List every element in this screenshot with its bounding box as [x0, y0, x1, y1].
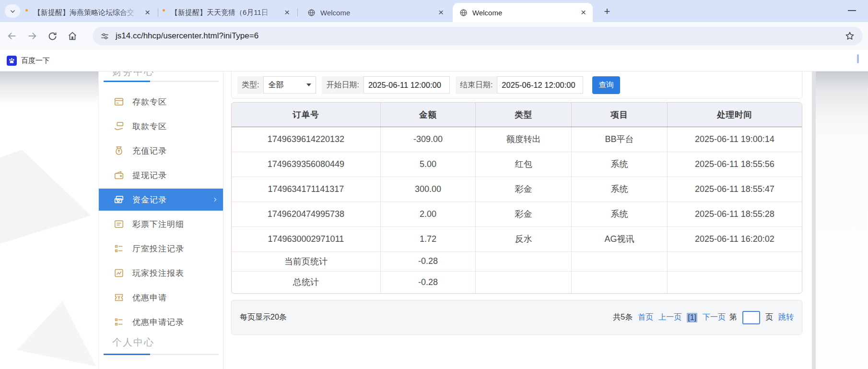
new-tab-button[interactable]: + — [600, 5, 614, 18]
type-select[interactable]: 全部 — [263, 76, 316, 94]
filter-bar: 类型: 全部 开始日期: 2025-06-11 12:00:00 结束日期: 2… — [231, 71, 802, 99]
table-cell: 2025-06-11 18:55:47 — [667, 177, 802, 202]
home-button[interactable] — [64, 28, 81, 44]
jump-button[interactable]: 跳转 — [778, 312, 794, 322]
table-header-cell: 金额 — [380, 103, 476, 127]
table-cell — [476, 251, 572, 271]
table-cell: -0.28 — [380, 271, 476, 293]
main-content: 类型: 全部 开始日期: 2025-06-11 12:00:00 结束日期: 2… — [231, 71, 802, 369]
table-cell: 彩金 — [476, 177, 572, 202]
tab-title: Welcome — [320, 9, 433, 17]
start-date-input[interactable]: 2025-06-11 12:00:00 — [364, 76, 450, 94]
table-cell: 2025-06-11 18:55:56 — [667, 152, 802, 177]
reload-button[interactable] — [44, 28, 60, 44]
globe-icon — [459, 9, 468, 17]
records-table: 订单号金额类型项目处理时间 1749639614220132-309.00额度转… — [232, 103, 802, 293]
tab-close-icon[interactable]: × — [579, 9, 588, 16]
forward-button[interactable] — [24, 28, 40, 44]
table-row: 1749639614220132-309.00额度转出BB平台2025-06-1… — [232, 127, 802, 152]
tab-close-icon[interactable]: × — [143, 9, 152, 16]
globe-icon — [307, 9, 316, 17]
table-summary-row: 当前页统计-0.28 — [232, 251, 802, 271]
decor-triangle — [17, 301, 96, 369]
address-bar[interactable]: js14.cc/hhcp/usercenter.html?iniType=6 — [93, 27, 863, 45]
sidebar-item-5[interactable]: 资金记录› — [99, 189, 223, 211]
sidebar-item-6[interactable]: 彩票下注明细› — [99, 213, 223, 235]
table-cell: 1749639614220132 — [232, 127, 380, 152]
table-row: 17496300029710111.72反水AG视讯2025-06-11 16:… — [232, 226, 802, 251]
sidebar-item-4[interactable]: 提现记录› — [99, 164, 223, 186]
table-cell: 1749634171141317 — [232, 177, 380, 202]
table-cell: 2025-06-11 18:55:28 — [667, 202, 802, 226]
sidebar-item-9[interactable]: 优惠申请› — [99, 286, 223, 309]
table-cell: BB平台 — [572, 127, 668, 152]
prev-page-link[interactable]: 上一页 — [658, 312, 681, 322]
sidebar-item-7[interactable]: 厅室投注记录› — [99, 238, 223, 260]
table-cell: 5.00 — [380, 152, 476, 177]
table-cell: 额度转出 — [476, 127, 572, 152]
jump-suffix-label: 页 — [765, 312, 773, 322]
sidebar-item-1[interactable]: 存款专区› — [99, 91, 223, 113]
browser-tab[interactable]: Welcome× — [453, 3, 593, 22]
current-page-indicator: [1] — [687, 313, 697, 322]
table-cell — [476, 271, 572, 293]
sidebar-item-label: 充值记录 — [132, 145, 167, 156]
sidebar-item-label: 玩家投注报表 — [132, 268, 184, 279]
browser-toolbar: js14.cc/hhcp/usercenter.html?iniType=6 — [0, 22, 868, 50]
pagination-bar: 每页显示20条 共5条 首页 上一页 [1] 下一页 第 页 跳转 — [231, 300, 802, 335]
section-underline — [104, 354, 219, 355]
total-count-text: 共5条 — [613, 312, 633, 322]
bookmark-baidu[interactable]: 百度一下 — [7, 56, 50, 66]
sidebar-item-label: 资金记录 — [132, 194, 167, 205]
bookmark-star-icon[interactable] — [845, 31, 855, 41]
sidebar-item-label: 优惠申请记录 — [132, 317, 184, 328]
back-button[interactable] — [4, 28, 20, 44]
end-date-input[interactable]: 2025-06-12 12:00:00 — [497, 76, 583, 94]
first-page-link[interactable]: 首页 — [638, 312, 653, 322]
sidebar-item-label: 提现记录 — [132, 170, 167, 181]
minimize-button[interactable] — [848, 10, 856, 11]
sidebar-section-finance: 财务中心 — [112, 71, 154, 78]
query-button[interactable]: 查询 — [592, 76, 620, 94]
page-right-panel — [816, 71, 868, 369]
table-cell: 300.00 — [380, 177, 476, 202]
table-summary-row: 总统计-0.28 — [232, 271, 802, 293]
browser-tab[interactable]: Welcome× — [301, 3, 450, 22]
sidebar-item-label: 厅室投注记录 — [132, 243, 184, 254]
table-cell: AG视讯 — [572, 226, 668, 251]
table-cell: 反水 — [476, 226, 572, 251]
table-cell: 1749620474995738 — [232, 202, 380, 226]
next-page-link[interactable]: 下一页 — [703, 312, 726, 322]
sidebar-item-10[interactable]: 优惠申请记录› — [99, 311, 223, 333]
tab-search-button[interactable] — [5, 4, 20, 18]
table-cell: 2025-06-11 19:00:14 — [667, 127, 802, 152]
type-label: 类型: — [237, 76, 263, 94]
browser-tab[interactable]: 【新提醒】海燕策略论坛综合交× — [22, 3, 157, 22]
browser-tab[interactable]: 【新提醒】天天竞猜（6月11日× — [159, 3, 296, 22]
report-chart-icon — [114, 268, 124, 278]
sidebar-item-8[interactable]: 玩家投注报表› — [99, 262, 223, 284]
table-cell: 系统 — [572, 152, 668, 177]
url-text[interactable]: js14.cc/hhcp/usercenter.html?iniType=6 — [116, 31, 845, 41]
table-cell: 彩金 — [476, 202, 572, 226]
back-icon — [7, 31, 17, 41]
sidebar-item-3[interactable]: 充值记录› — [99, 140, 223, 162]
jump-page-input[interactable] — [742, 311, 760, 324]
table-cell: 红包 — [476, 152, 572, 177]
page-content: 财务中心 存款专区›取款专区›充值记录›提现记录›资金记录›彩票下注明细›厅室投… — [0, 71, 868, 369]
reload-icon — [47, 31, 58, 41]
page-right-strip — [812, 71, 816, 369]
sidebar-item-2[interactable]: 取款专区› — [99, 115, 223, 137]
page-size-text: 每页显示20条 — [240, 312, 287, 322]
banknotes-icon — [114, 194, 124, 205]
table-cell: 2025-06-11 16:20:02 — [667, 226, 802, 251]
tab-divider — [297, 8, 298, 17]
tab-close-icon[interactable]: × — [282, 9, 292, 16]
tab-close-icon[interactable]: × — [436, 9, 446, 16]
table-cell: 总统计 — [232, 271, 380, 293]
forward-icon — [27, 31, 37, 41]
start-date-label: 开始日期: — [322, 76, 363, 94]
table-cell: 系统 — [572, 202, 668, 226]
moneybag-icon — [114, 145, 124, 156]
page-right-gap — [802, 71, 812, 369]
